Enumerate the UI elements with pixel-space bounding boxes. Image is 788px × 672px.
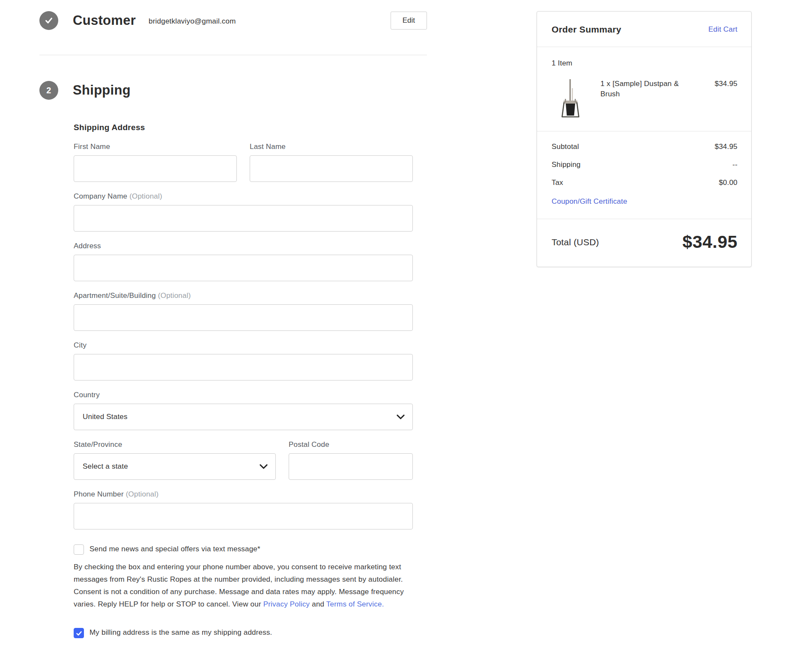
phone-input[interactable] [74,503,413,529]
country-field: Country United States [74,391,413,430]
coupon-row: Coupon/Gift Certificate [552,197,737,206]
city-input[interactable] [74,354,413,381]
address-label: Address [74,242,413,250]
order-summary-card: Order Summary Edit Cart 1 Item [537,11,752,267]
edit-cart-link[interactable]: Edit Cart [708,25,737,34]
phone-optional-hint: (Optional) [126,490,159,498]
step-complete-check-icon [39,11,58,30]
address-field: Address [74,242,413,281]
step-number-badge: 2 [39,81,58,100]
city-label: City [74,341,413,350]
shipping-address-subtitle: Shipping Address [74,123,413,132]
first-name-label: First Name [74,143,237,151]
phone-label: Phone Number (Optional) [74,490,413,499]
product-row: 1 x [Sample] Dustpan & Brush $34.95 [552,79,737,118]
product-name: 1 x [Sample] Dustpan & Brush [600,79,700,99]
customer-step-header: Customer bridgetklaviyo@gmail.com Edit [39,11,427,30]
postal-code-label: Postal Code [289,440,413,449]
shipping-step-header: 2 Shipping [39,81,427,100]
shipping-address-form: Shipping Address First Name Last Name Co… [74,123,413,638]
sms-optin-checkbox[interactable] [74,544,84,555]
order-summary-title: Order Summary [552,24,621,35]
grand-total-value: $34.95 [683,232,737,252]
edit-customer-button[interactable]: Edit [391,12,427,30]
state-label: State/Province [74,440,276,449]
apartment-label: Apartment/Suite/Building (Optional) [74,291,413,300]
coupon-gift-certificate-link[interactable]: Coupon/Gift Certificate [552,197,627,205]
billing-same-row[interactable]: My billing address is the same as my shi… [74,628,413,638]
order-items-section: 1 Item 1 x [Sample] Dustpan & Brush $34.… [537,47,751,131]
name-fields-row: First Name Last Name [74,143,413,182]
order-summary-header: Order Summary Edit Cart [537,12,751,47]
chevron-down-icon [260,464,268,469]
company-label: Company Name (Optional) [74,192,413,201]
apartment-optional-hint: (Optional) [158,291,191,300]
customer-email: bridgetklaviyo@gmail.com [149,17,236,26]
country-selected-value: United States [83,413,128,421]
postal-code-input[interactable] [289,453,413,480]
checkout-page: Customer bridgetklaviyo@gmail.com Edit 2… [0,0,788,638]
order-totals-section: Subtotal $34.95 Shipping -- Tax $0.00 Co… [537,131,751,219]
product-price: $34.95 [715,80,737,88]
item-count: 1 Item [552,59,737,68]
state-select[interactable]: Select a state [74,453,276,480]
apartment-field: Apartment/Suite/Building (Optional) [74,291,413,331]
billing-same-label: My billing address is the same as my shi… [90,628,272,637]
phone-field: Phone Number (Optional) [74,490,413,529]
state-selected-value: Select a state [83,462,128,471]
shipping-row: Shipping -- [552,161,737,169]
shipping-step-title: Shipping [73,83,131,98]
section-divider [39,55,427,55]
country-label: Country [74,391,413,399]
country-select[interactable]: United States [74,404,413,430]
checkout-steps-column: Customer bridgetklaviyo@gmail.com Edit 2… [39,11,427,638]
terms-of-service-link[interactable]: Terms of Service. [326,600,384,608]
apartment-input[interactable] [74,304,413,331]
billing-same-checkbox[interactable] [74,628,84,638]
sms-optin-label: Send me news and special offers via text… [90,545,260,553]
last-name-input[interactable] [250,155,413,182]
company-field: Company Name (Optional) [74,192,413,232]
subtotal-row: Subtotal $34.95 [552,143,737,151]
grand-total-row: Total (USD) $34.95 [537,219,751,267]
sms-optin-row[interactable]: Send me news and special offers via text… [74,545,413,555]
grand-total-label: Total (USD) [552,237,599,247]
privacy-policy-link[interactable]: Privacy Policy [263,600,310,608]
city-field: City [74,341,413,381]
product-thumbnail [558,79,582,118]
state-postal-row: State/Province Select a state Postal Cod… [74,440,413,480]
sms-consent-text: By checking the box and entering your ph… [74,561,413,610]
chevron-down-icon [397,414,405,419]
customer-step-title: Customer [73,13,136,28]
first-name-input[interactable] [74,155,237,182]
company-optional-hint: (Optional) [129,192,162,200]
address-input[interactable] [74,255,413,281]
last-name-label: Last Name [250,143,413,151]
company-input[interactable] [74,205,413,232]
tax-row: Tax $0.00 [552,178,737,187]
